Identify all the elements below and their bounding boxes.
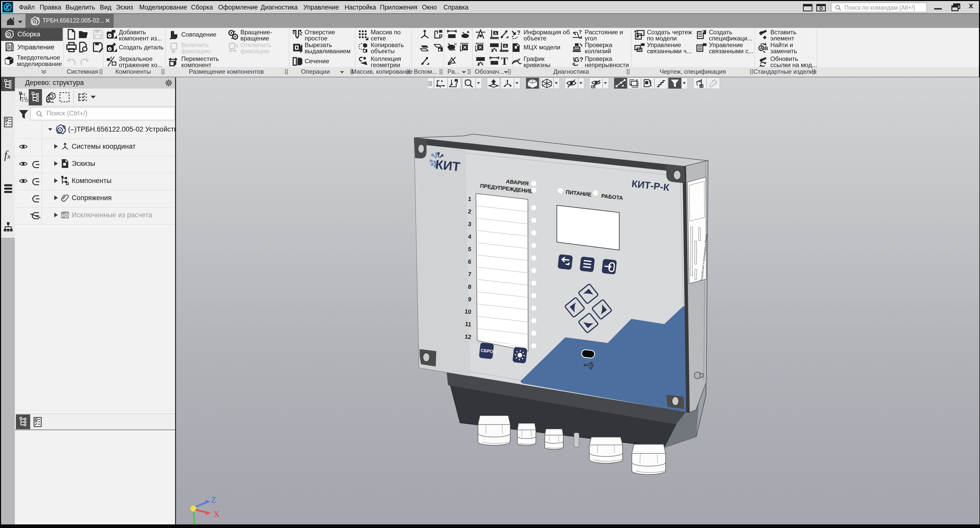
- svg-text:A: A: [760, 46, 763, 51]
- svg-text:R: R: [454, 42, 457, 46]
- svg-text:T: T: [501, 56, 508, 66]
- svg-text:1: 1: [482, 62, 484, 66]
- svg-text:A: A: [504, 44, 507, 48]
- svg-text:12: 12: [465, 333, 472, 340]
- svg-text:11: 11: [465, 320, 472, 328]
- svg-text:10: 10: [465, 308, 472, 315]
- svg-text:12: 12: [25, 99, 29, 103]
- svg-text:2: 2: [22, 99, 24, 103]
- svg-text:G?: G?: [574, 56, 583, 63]
- svg-text:X: X: [213, 509, 220, 519]
- svg-text:B: B: [764, 46, 768, 51]
- svg-text:?: ?: [517, 29, 520, 36]
- svg-text:A: A: [494, 31, 497, 35]
- svg-text:1: 1: [495, 48, 498, 52]
- svg-text:x: x: [62, 213, 64, 218]
- svg-text:Z: Z: [211, 495, 216, 504]
- svg-text:КИТ: КИТ: [435, 157, 461, 174]
- svg-text:?: ?: [579, 29, 582, 35]
